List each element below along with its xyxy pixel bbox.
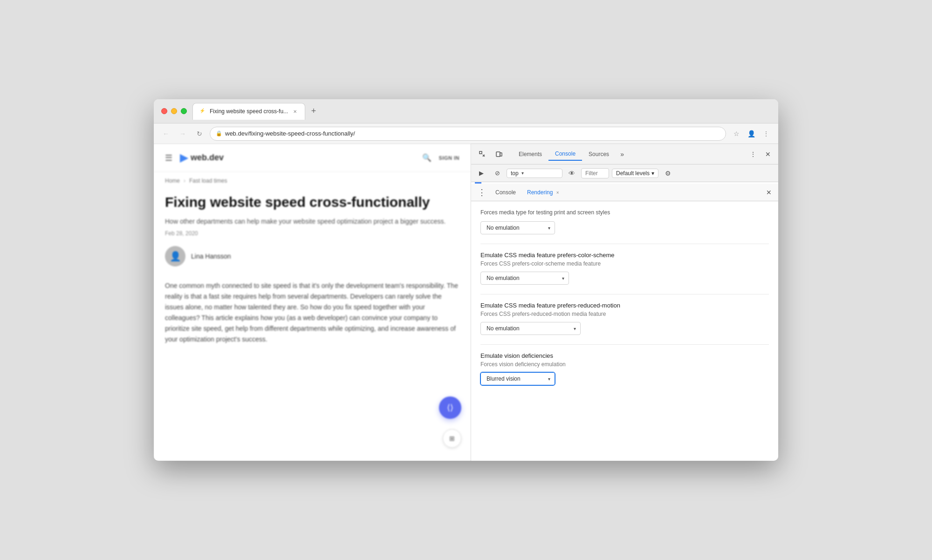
tab-favicon-icon: ⚡ <box>199 108 206 115</box>
site-logo: ▶ web.dev <box>180 152 224 164</box>
reduced-motion-dropdown[interactable]: No emulation prefers-reduced-motion: red… <box>480 322 581 335</box>
reduced-motion-dropdown-wrapper: No emulation prefers-reduced-motion: red… <box>480 322 581 335</box>
media-type-desc: Forces media type for testing print and … <box>480 209 769 217</box>
sub-tabs-bar: ⋮ Console Rendering × ✕ <box>471 184 778 201</box>
device-toolbar-tool[interactable] <box>492 147 507 162</box>
divider-2 <box>480 294 769 294</box>
logo-icon: ▶ <box>180 152 188 164</box>
divider-1 <box>480 244 769 244</box>
author-row: 👤 Lina Hansson <box>165 246 459 266</box>
stop-button[interactable]: ⊘ <box>491 167 504 180</box>
main-area: ☰ ▶ web.dev 🔍 SIGN IN Home › Fast load t… <box>154 144 778 461</box>
render-section-vision: Emulate vision deficiencies Forces visio… <box>480 352 769 385</box>
svg-rect-1 <box>496 152 500 157</box>
sub-tab-console[interactable]: Console <box>491 186 521 198</box>
render-section-color-scheme: Emulate CSS media feature prefers-color-… <box>480 252 769 285</box>
devtools-more-options[interactable]: ⋮ <box>747 148 760 161</box>
reload-button[interactable]: ↻ <box>193 127 206 140</box>
settings-gear-button[interactable]: ⚙ <box>661 167 674 180</box>
context-selector[interactable]: top ▾ <box>507 169 562 178</box>
tab-elements[interactable]: Elements <box>512 148 548 160</box>
divider-3 <box>480 344 769 345</box>
browser-window: ⚡ Fixing website speed cross-fu... ✕ + ←… <box>154 99 778 461</box>
author-avatar: 👤 <box>165 246 185 266</box>
article-title: Fixing website speed cross-functionally <box>165 193 459 211</box>
levels-dropdown[interactable]: Default levels ▾ <box>612 169 658 178</box>
sign-in-button[interactable]: SIGN IN <box>439 155 459 161</box>
reduced-motion-desc: Forces CSS prefers-reduced-motion media … <box>480 311 769 317</box>
color-scheme-desc: Forces CSS prefers-color-scheme media fe… <box>480 260 769 267</box>
color-scheme-dropdown[interactable]: No emulation prefers-color-scheme: dark … <box>480 272 569 285</box>
logo-text: web.dev <box>191 153 224 163</box>
new-tab-button[interactable]: + <box>307 105 320 118</box>
tab-title: Fixing website speed cross-fu... <box>210 108 288 115</box>
maximize-button[interactable] <box>181 108 187 114</box>
eye-button[interactable]: 👁 <box>565 167 578 180</box>
color-scheme-dropdown-wrapper: No emulation prefers-color-scheme: dark … <box>480 272 569 285</box>
nav-right-buttons: ☆ 👤 ⋮ <box>730 127 773 140</box>
render-section-reduced-motion: Emulate CSS media feature prefers-reduce… <box>480 302 769 335</box>
inspect-element-tool[interactable] <box>475 147 490 162</box>
vision-dropdown-wrapper: No emulation Blurred vision Protanopia D… <box>480 372 555 385</box>
tab-console[interactable]: Console <box>548 148 582 161</box>
forward-button[interactable]: → <box>176 127 189 140</box>
context-arrow-icon: ▾ <box>521 171 524 176</box>
breadcrumb-home[interactable]: Home <box>165 178 180 184</box>
url-text: web.dev/fixing-website-speed-cross-funct… <box>225 130 720 137</box>
svg-rect-2 <box>500 153 502 156</box>
devtools-toolbar: Elements Console Sources » ⋮ ✕ <box>471 144 778 164</box>
share-fab-button[interactable]: ⟨⟩ <box>439 396 461 419</box>
bookmark-icon[interactable]: ☆ <box>730 127 743 140</box>
menu-icon[interactable]: ⋮ <box>760 127 773 140</box>
site-header-right: 🔍 SIGN IN <box>422 153 459 162</box>
accessibility-button[interactable]: ⊞ <box>443 429 461 448</box>
minimize-button[interactable] <box>171 108 177 114</box>
article-content: Fixing website speed cross-functionally … <box>154 190 471 356</box>
breadcrumb-separator: › <box>184 178 185 184</box>
article-date: Feb 28, 2020 <box>165 230 459 237</box>
play-button[interactable]: ▶ <box>475 167 488 180</box>
browser-tab[interactable]: ⚡ Fixing website speed cross-fu... ✕ <box>192 103 305 120</box>
media-type-dropdown[interactable]: No emulation print screen <box>480 221 555 234</box>
color-scheme-title: Emulate CSS media feature prefers-color-… <box>480 252 769 259</box>
devtools-close-button[interactable]: ✕ <box>761 148 774 161</box>
website-content: ☰ ▶ web.dev 🔍 SIGN IN Home › Fast load t… <box>154 144 471 461</box>
tab-sources[interactable]: Sources <box>582 148 616 160</box>
article-body: One common myth connected to site speed … <box>165 280 459 345</box>
article-subtitle: How other departments can help make your… <box>165 217 459 226</box>
rendering-tab-close[interactable]: × <box>556 190 559 195</box>
vision-title: Emulate vision deficiencies <box>480 352 769 359</box>
rendering-content: Forces media type for testing print and … <box>471 201 778 461</box>
author-name: Lina Hansson <box>191 253 231 260</box>
sub-panel-close-button[interactable]: ✕ <box>763 187 774 198</box>
devtools-toolbar-right: ⋮ ✕ <box>747 148 774 161</box>
media-type-dropdown-wrapper: No emulation print screen ▾ <box>480 221 555 234</box>
filter-input[interactable] <box>581 168 609 178</box>
back-button[interactable]: ← <box>159 127 172 140</box>
address-bar[interactable]: 🔒 web.dev/fixing-website-speed-cross-fun… <box>210 127 726 141</box>
vision-dropdown[interactable]: No emulation Blurred vision Protanopia D… <box>480 372 555 385</box>
account-icon[interactable]: 👤 <box>745 127 758 140</box>
lock-icon: 🔒 <box>216 130 222 137</box>
reduced-motion-title: Emulate CSS media feature prefers-reduce… <box>480 302 769 309</box>
search-icon[interactable]: 🔍 <box>422 153 432 162</box>
sub-tabs-more-button[interactable]: ⋮ <box>475 187 489 198</box>
breadcrumb: Home › Fast load times <box>154 172 471 190</box>
rendering-tab-label: Rendering <box>527 189 553 196</box>
sub-tab-rendering[interactable]: Rendering × <box>522 186 564 198</box>
close-button[interactable] <box>161 108 167 114</box>
breadcrumb-section[interactable]: Fast load times <box>189 178 227 184</box>
devtools-panel: Elements Console Sources » ⋮ ✕ ▶ ⊘ top ▾ <box>471 144 778 461</box>
context-label: top <box>511 170 519 177</box>
tab-bar: ⚡ Fixing website speed cross-fu... ✕ + <box>192 103 771 120</box>
tab-close-button[interactable]: ✕ <box>292 108 298 115</box>
site-header: ☰ ▶ web.dev 🔍 SIGN IN <box>154 144 471 172</box>
vision-desc: Forces vision deficiency emulation <box>480 361 769 368</box>
traffic-lights <box>161 108 187 114</box>
more-tabs-button[interactable]: » <box>616 148 629 161</box>
devtools-tabs: Elements Console Sources » <box>508 148 745 161</box>
render-section-media-type: Forces media type for testing print and … <box>480 209 769 234</box>
devtools-toolbar2: ▶ ⊘ top ▾ 👁 Default levels ▾ ⚙ <box>471 164 778 182</box>
title-bar: ⚡ Fixing website speed cross-fu... ✕ + <box>154 99 778 123</box>
hamburger-icon[interactable]: ☰ <box>165 153 172 163</box>
